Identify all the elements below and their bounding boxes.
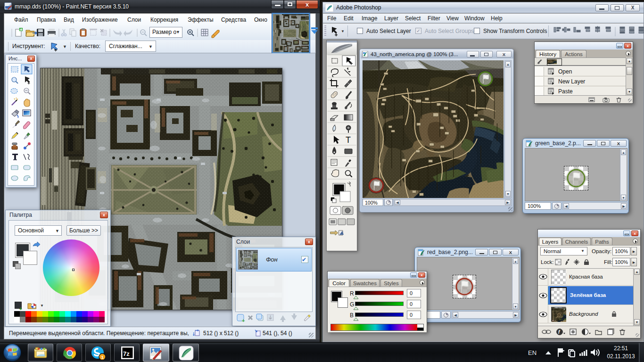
svg-text:T: T bbox=[346, 135, 351, 145]
svg-text:1: 1 bbox=[101, 354, 104, 360]
svg-text:+: + bbox=[242, 318, 245, 323]
svg-text:7z: 7z bbox=[123, 350, 130, 357]
